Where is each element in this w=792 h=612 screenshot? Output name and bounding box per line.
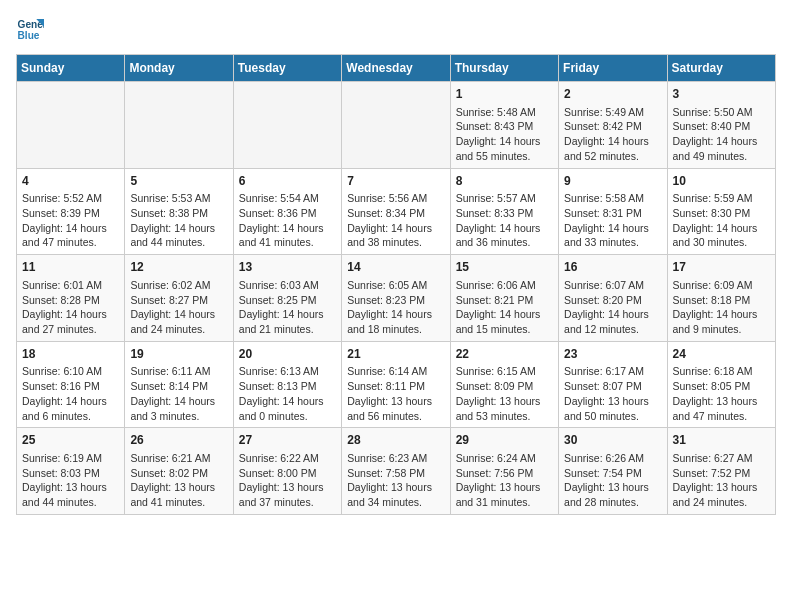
day-info: Sunrise: 5:58 AM Sunset: 8:31 PM Dayligh… — [564, 191, 661, 250]
calendar-cell: 14Sunrise: 6:05 AM Sunset: 8:23 PM Dayli… — [342, 255, 450, 342]
day-info: Sunrise: 5:49 AM Sunset: 8:42 PM Dayligh… — [564, 105, 661, 164]
day-number: 16 — [564, 259, 661, 276]
day-number: 11 — [22, 259, 119, 276]
svg-text:Blue: Blue — [18, 30, 40, 41]
calendar-cell: 11Sunrise: 6:01 AM Sunset: 8:28 PM Dayli… — [17, 255, 125, 342]
calendar-cell: 3Sunrise: 5:50 AM Sunset: 8:40 PM Daylig… — [667, 82, 775, 169]
day-number: 4 — [22, 173, 119, 190]
calendar-cell: 20Sunrise: 6:13 AM Sunset: 8:13 PM Dayli… — [233, 341, 341, 428]
day-info: Sunrise: 6:19 AM Sunset: 8:03 PM Dayligh… — [22, 451, 119, 510]
day-info: Sunrise: 6:24 AM Sunset: 7:56 PM Dayligh… — [456, 451, 553, 510]
day-number: 1 — [456, 86, 553, 103]
calendar-cell: 15Sunrise: 6:06 AM Sunset: 8:21 PM Dayli… — [450, 255, 558, 342]
day-number: 17 — [673, 259, 770, 276]
calendar-cell: 6Sunrise: 5:54 AM Sunset: 8:36 PM Daylig… — [233, 168, 341, 255]
day-number: 10 — [673, 173, 770, 190]
day-number: 13 — [239, 259, 336, 276]
day-number: 14 — [347, 259, 444, 276]
calendar-cell: 27Sunrise: 6:22 AM Sunset: 8:00 PM Dayli… — [233, 428, 341, 515]
day-info: Sunrise: 5:54 AM Sunset: 8:36 PM Dayligh… — [239, 191, 336, 250]
day-number: 3 — [673, 86, 770, 103]
day-info: Sunrise: 6:23 AM Sunset: 7:58 PM Dayligh… — [347, 451, 444, 510]
day-of-week-header: Sunday — [17, 55, 125, 82]
day-info: Sunrise: 5:48 AM Sunset: 8:43 PM Dayligh… — [456, 105, 553, 164]
calendar-cell: 7Sunrise: 5:56 AM Sunset: 8:34 PM Daylig… — [342, 168, 450, 255]
calendar-cell: 28Sunrise: 6:23 AM Sunset: 7:58 PM Dayli… — [342, 428, 450, 515]
calendar-cell: 30Sunrise: 6:26 AM Sunset: 7:54 PM Dayli… — [559, 428, 667, 515]
calendar-cell: 2Sunrise: 5:49 AM Sunset: 8:42 PM Daylig… — [559, 82, 667, 169]
calendar-week-row: 25Sunrise: 6:19 AM Sunset: 8:03 PM Dayli… — [17, 428, 776, 515]
page-header: General Blue — [16, 16, 776, 44]
day-info: Sunrise: 6:22 AM Sunset: 8:00 PM Dayligh… — [239, 451, 336, 510]
day-number: 8 — [456, 173, 553, 190]
day-of-week-header: Tuesday — [233, 55, 341, 82]
calendar-cell: 17Sunrise: 6:09 AM Sunset: 8:18 PM Dayli… — [667, 255, 775, 342]
calendar-week-row: 11Sunrise: 6:01 AM Sunset: 8:28 PM Dayli… — [17, 255, 776, 342]
day-info: Sunrise: 6:05 AM Sunset: 8:23 PM Dayligh… — [347, 278, 444, 337]
day-info: Sunrise: 6:14 AM Sunset: 8:11 PM Dayligh… — [347, 364, 444, 423]
day-number: 31 — [673, 432, 770, 449]
day-info: Sunrise: 6:09 AM Sunset: 8:18 PM Dayligh… — [673, 278, 770, 337]
calendar-cell: 26Sunrise: 6:21 AM Sunset: 8:02 PM Dayli… — [125, 428, 233, 515]
day-info: Sunrise: 6:10 AM Sunset: 8:16 PM Dayligh… — [22, 364, 119, 423]
day-number: 6 — [239, 173, 336, 190]
calendar-cell: 23Sunrise: 6:17 AM Sunset: 8:07 PM Dayli… — [559, 341, 667, 428]
day-of-week-header: Thursday — [450, 55, 558, 82]
calendar-cell — [17, 82, 125, 169]
day-info: Sunrise: 5:50 AM Sunset: 8:40 PM Dayligh… — [673, 105, 770, 164]
calendar-cell: 25Sunrise: 6:19 AM Sunset: 8:03 PM Dayli… — [17, 428, 125, 515]
day-number: 15 — [456, 259, 553, 276]
day-info: Sunrise: 6:07 AM Sunset: 8:20 PM Dayligh… — [564, 278, 661, 337]
day-info: Sunrise: 6:18 AM Sunset: 8:05 PM Dayligh… — [673, 364, 770, 423]
day-info: Sunrise: 5:52 AM Sunset: 8:39 PM Dayligh… — [22, 191, 119, 250]
day-info: Sunrise: 6:27 AM Sunset: 7:52 PM Dayligh… — [673, 451, 770, 510]
calendar-cell: 29Sunrise: 6:24 AM Sunset: 7:56 PM Dayli… — [450, 428, 558, 515]
day-of-week-header: Wednesday — [342, 55, 450, 82]
calendar-week-row: 18Sunrise: 6:10 AM Sunset: 8:16 PM Dayli… — [17, 341, 776, 428]
day-number: 12 — [130, 259, 227, 276]
day-number: 27 — [239, 432, 336, 449]
day-info: Sunrise: 6:17 AM Sunset: 8:07 PM Dayligh… — [564, 364, 661, 423]
day-info: Sunrise: 6:03 AM Sunset: 8:25 PM Dayligh… — [239, 278, 336, 337]
calendar-cell — [342, 82, 450, 169]
calendar-cell: 1Sunrise: 5:48 AM Sunset: 8:43 PM Daylig… — [450, 82, 558, 169]
calendar-table: SundayMondayTuesdayWednesdayThursdayFrid… — [16, 54, 776, 515]
calendar-cell: 8Sunrise: 5:57 AM Sunset: 8:33 PM Daylig… — [450, 168, 558, 255]
calendar-cell: 18Sunrise: 6:10 AM Sunset: 8:16 PM Dayli… — [17, 341, 125, 428]
day-number: 2 — [564, 86, 661, 103]
calendar-cell: 10Sunrise: 5:59 AM Sunset: 8:30 PM Dayli… — [667, 168, 775, 255]
day-of-week-header: Friday — [559, 55, 667, 82]
day-number: 5 — [130, 173, 227, 190]
day-info: Sunrise: 6:26 AM Sunset: 7:54 PM Dayligh… — [564, 451, 661, 510]
day-number: 20 — [239, 346, 336, 363]
day-number: 28 — [347, 432, 444, 449]
day-info: Sunrise: 5:59 AM Sunset: 8:30 PM Dayligh… — [673, 191, 770, 250]
day-info: Sunrise: 6:02 AM Sunset: 8:27 PM Dayligh… — [130, 278, 227, 337]
day-number: 19 — [130, 346, 227, 363]
calendar-cell: 5Sunrise: 5:53 AM Sunset: 8:38 PM Daylig… — [125, 168, 233, 255]
day-number: 24 — [673, 346, 770, 363]
day-info: Sunrise: 6:06 AM Sunset: 8:21 PM Dayligh… — [456, 278, 553, 337]
day-number: 30 — [564, 432, 661, 449]
day-number: 29 — [456, 432, 553, 449]
day-number: 22 — [456, 346, 553, 363]
day-info: Sunrise: 6:01 AM Sunset: 8:28 PM Dayligh… — [22, 278, 119, 337]
day-number: 7 — [347, 173, 444, 190]
day-of-week-header: Monday — [125, 55, 233, 82]
day-info: Sunrise: 5:53 AM Sunset: 8:38 PM Dayligh… — [130, 191, 227, 250]
calendar-week-row: 1Sunrise: 5:48 AM Sunset: 8:43 PM Daylig… — [17, 82, 776, 169]
day-info: Sunrise: 6:13 AM Sunset: 8:13 PM Dayligh… — [239, 364, 336, 423]
day-info: Sunrise: 5:57 AM Sunset: 8:33 PM Dayligh… — [456, 191, 553, 250]
calendar-cell: 12Sunrise: 6:02 AM Sunset: 8:27 PM Dayli… — [125, 255, 233, 342]
logo: General Blue — [16, 16, 48, 44]
day-number: 23 — [564, 346, 661, 363]
day-info: Sunrise: 6:21 AM Sunset: 8:02 PM Dayligh… — [130, 451, 227, 510]
logo-icon: General Blue — [16, 16, 44, 44]
calendar-cell: 31Sunrise: 6:27 AM Sunset: 7:52 PM Dayli… — [667, 428, 775, 515]
calendar-cell — [233, 82, 341, 169]
calendar-header-row: SundayMondayTuesdayWednesdayThursdayFrid… — [17, 55, 776, 82]
calendar-cell — [125, 82, 233, 169]
calendar-cell: 16Sunrise: 6:07 AM Sunset: 8:20 PM Dayli… — [559, 255, 667, 342]
day-number: 25 — [22, 432, 119, 449]
day-of-week-header: Saturday — [667, 55, 775, 82]
